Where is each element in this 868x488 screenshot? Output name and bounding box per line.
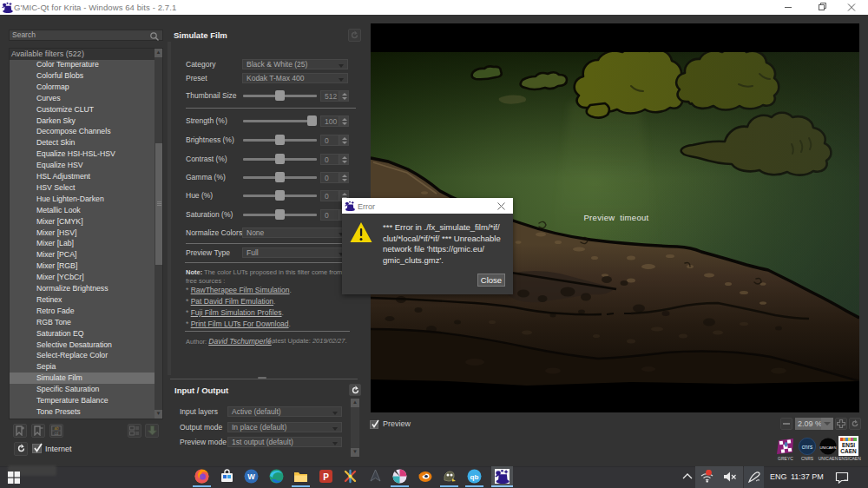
svg-text:P: P <box>323 472 329 482</box>
svg-text:ab: ab <box>54 426 59 431</box>
svg-text:CAEN: CAEN <box>840 448 857 454</box>
svg-text:ENSI: ENSI <box>842 442 855 448</box>
svg-text:W: W <box>247 472 255 481</box>
svg-text:UNICAEN: UNICAEN <box>820 445 837 450</box>
svg-text:cnrs: cnrs <box>802 444 813 450</box>
svg-text:qb: qb <box>470 473 479 481</box>
svg-text:cd: cd <box>55 432 59 436</box>
